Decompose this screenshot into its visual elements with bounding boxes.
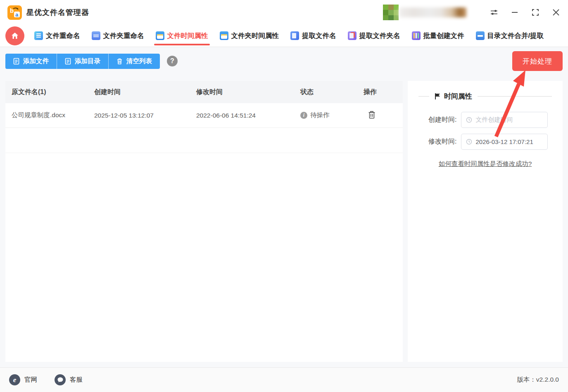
app-logo-icon: b a bbox=[7, 5, 22, 20]
add-files-button[interactable]: 添加文件 bbox=[5, 54, 57, 69]
file-rename-icon bbox=[34, 31, 43, 40]
tab-label: 批量创建文件 bbox=[423, 31, 464, 40]
svg-text:a: a bbox=[15, 12, 19, 18]
file-table-panel: 原文件名(1) 创建时间 修改时间 状态 操作 公司规章制度.docx 2025… bbox=[5, 81, 403, 362]
support-label: 客服 bbox=[70, 375, 83, 384]
tab-label: 提取文件夹名 bbox=[359, 31, 400, 40]
panel-title: 时间属性 bbox=[444, 92, 472, 101]
info-icon: i bbox=[300, 112, 307, 119]
tab-folder-time-attributes[interactable]: 文件夹时间属性 bbox=[220, 25, 279, 47]
modified-time-label: 修改时间: bbox=[423, 137, 457, 146]
home-icon bbox=[11, 32, 19, 40]
cell-created-time: 2025-12-05 13:12:07 bbox=[94, 112, 196, 119]
created-time-input[interactable]: 文件创建时间 bbox=[461, 112, 548, 128]
divider-line bbox=[478, 96, 552, 97]
clock-icon bbox=[466, 117, 472, 123]
tab-folder-rename[interactable]: 文件夹重命名 bbox=[92, 25, 144, 47]
svg-text:b: b bbox=[10, 7, 14, 14]
created-time-placeholder: 文件创建时间 bbox=[476, 116, 513, 124]
modified-time-input[interactable]: 2026-03-12 17:07:21 bbox=[461, 134, 548, 150]
col-header-status: 状态 bbox=[300, 88, 364, 97]
file-time-icon bbox=[156, 31, 164, 40]
website-label: 官网 bbox=[24, 375, 37, 384]
add-directory-label: 添加目录 bbox=[75, 57, 100, 66]
toolbar-button-group: 添加文件 添加目录 清空列表 bbox=[5, 54, 160, 69]
tab-bar: 文件重命名 文件夹重命名 文件时间属性 文件夹时间属性 提取文件名 提取文件夹名… bbox=[0, 25, 568, 47]
settings-sliders-icon[interactable] bbox=[490, 8, 499, 17]
minimize-icon[interactable] bbox=[510, 8, 519, 17]
document-icon bbox=[13, 58, 19, 65]
cell-modified-time: 2022-06-06 14:51:24 bbox=[196, 112, 300, 119]
batch-create-icon bbox=[412, 31, 421, 40]
close-icon[interactable] bbox=[551, 8, 561, 17]
trash-icon bbox=[116, 58, 123, 65]
tab-label: 文件时间属性 bbox=[167, 31, 208, 40]
tab-file-time-attributes[interactable]: 文件时间属性 bbox=[156, 25, 208, 47]
created-time-label: 创建时间: bbox=[423, 116, 457, 124]
home-button[interactable] bbox=[5, 26, 24, 45]
official-website-link[interactable]: e 官网 bbox=[9, 374, 37, 385]
tab-merge-extract[interactable]: 目录文件合并/提取 bbox=[476, 25, 544, 47]
titlebar: b a 星优文件名管理器 bbox=[0, 0, 568, 25]
version-text: 版本：v2.2.0.0 bbox=[517, 375, 559, 384]
tab-label: 文件夹时间属性 bbox=[231, 31, 279, 40]
tab-label: 目录文件合并/提取 bbox=[487, 31, 544, 40]
tab-label: 文件重命名 bbox=[46, 31, 80, 40]
folder-rename-icon bbox=[92, 31, 100, 40]
tab-batch-create-files[interactable]: 批量创建文件 bbox=[412, 25, 464, 47]
user-name-blurred bbox=[399, 7, 466, 17]
divider-line bbox=[418, 96, 429, 97]
tab-file-rename[interactable]: 文件重命名 bbox=[34, 25, 80, 47]
chat-bubble-icon bbox=[55, 374, 66, 385]
user-account[interactable] bbox=[383, 5, 466, 20]
maximize-icon[interactable] bbox=[531, 8, 540, 17]
toolbar: 添加文件 添加目录 清空列表 ? 开始处理 bbox=[0, 47, 568, 75]
status-badge: 待操作 bbox=[310, 111, 330, 120]
tab-extract-filename[interactable]: 提取文件名 bbox=[290, 25, 336, 47]
tab-label: 提取文件名 bbox=[302, 31, 336, 40]
clock-icon bbox=[466, 139, 472, 145]
tab-extract-foldername[interactable]: 提取文件夹名 bbox=[348, 25, 400, 47]
cell-status: i 待操作 bbox=[300, 111, 364, 120]
add-files-label: 添加文件 bbox=[23, 57, 49, 66]
col-header-modified: 修改时间 bbox=[196, 88, 300, 97]
add-directory-button[interactable]: 添加目录 bbox=[57, 54, 108, 69]
table-row[interactable]: 公司规章制度.docx 2025-12-05 13:12:07 2022-06-… bbox=[5, 103, 403, 128]
main-area: 原文件名(1) 创建时间 修改时间 状态 操作 公司规章制度.docx 2025… bbox=[0, 75, 568, 362]
tab-label: 文件夹重命名 bbox=[103, 31, 144, 40]
empty-table-row bbox=[5, 128, 403, 153]
folder-time-icon bbox=[220, 31, 228, 40]
panel-header: 时间属性 bbox=[418, 92, 552, 101]
extract-filename-icon bbox=[290, 31, 299, 40]
time-attribute-help-link[interactable]: 如何查看时间属性是否修改成功? bbox=[418, 160, 552, 168]
browser-e-icon: e bbox=[9, 374, 20, 385]
help-button[interactable]: ? bbox=[167, 56, 178, 66]
footer: e 官网 客服 版本：v2.2.0.0 bbox=[0, 367, 568, 392]
modified-time-value: 2026-03-12 17:07:21 bbox=[476, 138, 533, 145]
merge-extract-icon bbox=[476, 31, 485, 40]
clear-list-label: 清空列表 bbox=[126, 57, 152, 66]
start-processing-button[interactable]: 开始处理 bbox=[512, 51, 563, 71]
cell-file-name: 公司规章制度.docx bbox=[12, 111, 94, 120]
flag-icon bbox=[435, 93, 441, 100]
app-title: 星优文件名管理器 bbox=[26, 7, 89, 17]
user-avatar bbox=[383, 5, 399, 20]
start-processing-label: 开始处理 bbox=[523, 57, 552, 66]
col-header-actions: 操作 bbox=[364, 88, 397, 97]
clear-list-button[interactable]: 清空列表 bbox=[108, 54, 160, 69]
extract-foldername-icon bbox=[348, 31, 356, 40]
trash-icon bbox=[368, 110, 376, 119]
delete-row-button[interactable] bbox=[366, 109, 378, 121]
time-attributes-panel: 时间属性 创建时间: 文件创建时间 修改时间: bbox=[408, 81, 563, 362]
question-mark-icon: ? bbox=[170, 57, 174, 65]
col-header-original-name: 原文件名(1) bbox=[12, 88, 94, 97]
document-icon bbox=[65, 58, 71, 65]
table-header-row: 原文件名(1) 创建时间 修改时间 状态 操作 bbox=[5, 81, 403, 103]
col-header-created: 创建时间 bbox=[94, 88, 196, 97]
customer-support-link[interactable]: 客服 bbox=[55, 374, 83, 385]
